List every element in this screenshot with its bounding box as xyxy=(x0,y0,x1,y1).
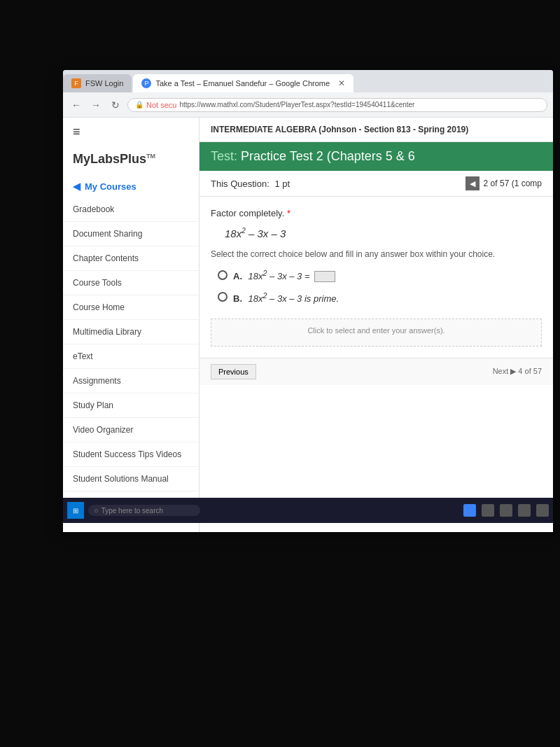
test-main-title: Practice Test 2 (Chapters 5 & 6 xyxy=(241,149,415,163)
option-b-expression: 18x2 – 3x – 3 is prime. xyxy=(248,293,339,304)
sidebar-item-gradebook[interactable]: Gradebook xyxy=(63,197,199,222)
assignments-label: Assignments xyxy=(73,376,121,386)
tab-fsw-label: FSW Login xyxy=(85,79,123,88)
tab-test-label: Take a Test – Emanuel Sandefur – Google … xyxy=(155,79,330,88)
course-tools-label: Course Tools xyxy=(73,278,122,288)
taskbar-search-placeholder: Type here to search xyxy=(102,507,163,515)
my-courses-back-item[interactable]: ◀ My Courses xyxy=(63,175,199,197)
math-expression: 18x2 – 3x – 3 xyxy=(225,227,542,239)
mylabs-tm: TM xyxy=(146,153,155,160)
sidebar-item-multimedia-library[interactable]: Multimedia Library xyxy=(63,320,199,344)
video-organizer-label: Video Organizer xyxy=(73,425,134,435)
tab-bar: F FSW Login P Take a Test – Emanuel Sand… xyxy=(63,70,553,92)
study-plan-label: Study Plan xyxy=(73,400,113,410)
main-content: INTERMEDIATE ALGEBRA (Johnson - Section … xyxy=(200,118,553,532)
taskbar: ⊞ ○ Type here to search xyxy=(63,498,553,523)
expression-text: 18x2 – 3x – 3 xyxy=(225,228,286,239)
student-solutions-label: Student Solutions Manual xyxy=(73,474,169,484)
answer-options: A. 18x2 – 3x – 3 = B. xyxy=(218,269,542,305)
factor-instruction: Factor completely. * xyxy=(211,208,542,218)
taskbar-icon-3[interactable] xyxy=(500,504,512,517)
tab-close-button[interactable]: ✕ xyxy=(338,78,345,88)
bottom-bar: Previous Next ▶ 4 of 57 xyxy=(200,358,553,385)
taskbar-search-bar[interactable]: ○ Type here to search xyxy=(88,505,200,516)
address-bar: ← → ↻ 🔒 Not secu https://www.mathxl.com/… xyxy=(63,92,553,118)
option-a-input-box[interactable] xyxy=(314,271,335,282)
sidebar-item-etext[interactable]: eText xyxy=(63,344,199,369)
question-counter: 2 of 57 (1 comp xyxy=(484,179,542,188)
back-button[interactable]: ← xyxy=(69,97,84,113)
asterisk: * xyxy=(287,208,290,218)
option-b-label: B. xyxy=(233,293,242,304)
search-circle-icon: ○ xyxy=(94,506,99,515)
sidebar: ≡ MyLabsPlusTM ◀ My Courses Gradebook Do… xyxy=(63,118,200,532)
my-courses-label: My Courses xyxy=(85,181,136,192)
sidebar-item-video-organizer[interactable]: Video Organizer xyxy=(63,418,199,442)
question-pts: 1 pt xyxy=(274,179,290,189)
click-to-answer-area[interactable]: Click to select and enter your answer(s)… xyxy=(211,319,542,347)
option-a-content: A. 18x2 – 3x – 3 = xyxy=(233,269,335,282)
question-label: This Question: 1 pt xyxy=(211,179,290,189)
test-title-bar: Test: Practice Test 2 (Chapters 5 & 6 xyxy=(200,142,553,171)
document-sharing-label: Document Sharing xyxy=(73,229,142,239)
sidebar-item-study-plan[interactable]: Study Plan xyxy=(63,393,199,418)
previous-button[interactable]: Previous xyxy=(211,364,256,379)
not-secure-label: Not secu xyxy=(146,101,176,109)
sidebar-item-course-home[interactable]: Course Home xyxy=(63,295,199,320)
back-arrow-icon: ◀ xyxy=(73,181,80,192)
question-content: Factor completely. * 18x2 – 3x – 3 Selec… xyxy=(200,197,553,358)
click-to-answer-text: Click to select and enter your answer(s)… xyxy=(307,326,444,335)
sidebar-item-document-sharing[interactable]: Document Sharing xyxy=(63,222,199,246)
browser-window: F FSW Login P Take a Test – Emanuel Sand… xyxy=(63,70,553,532)
forward-button[interactable]: → xyxy=(88,97,104,113)
question-nav-bar: This Question: 1 pt ◀ 2 of 57 (1 comp xyxy=(200,171,553,197)
sidebar-item-chapter-contents[interactable]: Chapter Contents xyxy=(63,246,199,271)
option-a-expression: 18x2 – 3x – 3 = xyxy=(248,271,312,281)
sidebar-item-student-success[interactable]: Student Success Tips Videos xyxy=(63,442,199,467)
taskbar-icons xyxy=(463,504,549,517)
lock-icon: 🔒 xyxy=(135,101,144,109)
multimedia-library-label: Multimedia Library xyxy=(73,327,141,337)
gradebook-label: Gradebook xyxy=(73,204,114,214)
option-a-label: A. xyxy=(233,271,242,281)
taskbar-icon-5[interactable] xyxy=(536,504,549,517)
browser-content: ≡ MyLabsPlusTM ◀ My Courses Gradebook Do… xyxy=(63,118,553,532)
instruction-text: Factor completely. xyxy=(211,208,284,218)
mylabs-logo-text: MyLabsPlus xyxy=(73,152,146,166)
select-instruction: Select the correct choice below and fill… xyxy=(211,249,542,259)
fsw-favicon: F xyxy=(71,78,81,88)
sidebar-item-assignments[interactable]: Assignments xyxy=(63,369,199,393)
option-b-content: B. 18x2 – 3x – 3 is prime. xyxy=(233,291,339,304)
prev-question-button[interactable]: ◀ xyxy=(465,176,479,190)
hamburger-menu-icon[interactable]: ≡ xyxy=(63,118,199,146)
windows-start-button[interactable]: ⊞ xyxy=(67,502,84,519)
sidebar-item-course-tools[interactable]: Course Tools xyxy=(63,271,199,295)
student-success-label: Student Success Tips Videos xyxy=(73,449,181,459)
taskbar-icon-1[interactable] xyxy=(463,504,476,517)
option-a[interactable]: A. 18x2 – 3x – 3 = xyxy=(218,269,542,282)
question-progress: Next ▶ 4 of 57 xyxy=(493,367,542,376)
nav-arrows: ◀ 2 of 57 (1 comp xyxy=(465,176,542,190)
course-header: INTERMEDIATE ALGEBRA (Johnson - Section … xyxy=(200,118,553,142)
taskbar-icon-4[interactable] xyxy=(518,504,531,517)
test-title-text: Test: Practice Test 2 (Chapters 5 & 6 xyxy=(211,149,415,164)
course-title: INTERMEDIATE ALGEBRA (Johnson - Section … xyxy=(211,125,468,134)
question-label-text: This Question: xyxy=(211,179,270,189)
tab-test[interactable]: P Take a Test – Emanuel Sandefur – Googl… xyxy=(133,74,354,92)
taskbar-icon-2[interactable] xyxy=(482,504,494,517)
radio-a[interactable] xyxy=(218,270,227,280)
radio-b[interactable] xyxy=(218,292,227,302)
test-label: Test: xyxy=(211,149,237,163)
chapter-contents-label: Chapter Contents xyxy=(73,253,139,263)
option-b[interactable]: B. 18x2 – 3x – 3 is prime. xyxy=(218,291,542,304)
tab-fsw[interactable]: F FSW Login xyxy=(63,74,132,92)
course-home-label: Course Home xyxy=(73,302,125,312)
etext-label: eText xyxy=(73,351,93,361)
url-text: https://www.mathxl.com/Student/PlayerTes… xyxy=(179,101,414,109)
url-bar[interactable]: 🔒 Not secu https://www.mathxl.com/Studen… xyxy=(127,98,547,112)
mylabs-logo: MyLabsPlusTM xyxy=(63,146,199,175)
sidebar-item-student-solutions[interactable]: Student Solutions Manual xyxy=(63,467,199,491)
test-favicon: P xyxy=(141,78,151,88)
reload-button[interactable]: ↻ xyxy=(108,97,123,113)
